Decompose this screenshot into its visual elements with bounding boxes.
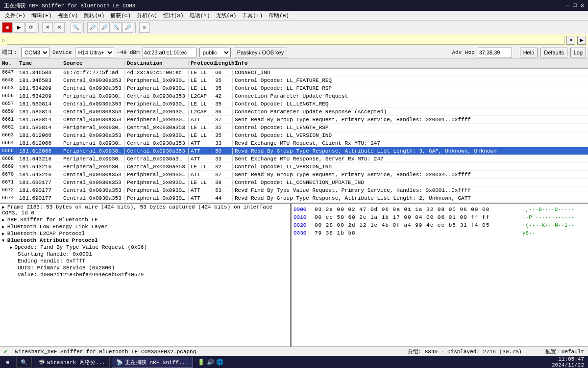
taskbar-tray: 🔋 🔊 🌐 [195, 359, 226, 366]
hex-bytes: 03 2e 00 02 47 0d 06 0a 01 1a 32 08 00 9… [315, 207, 518, 212]
detail-att-uuid-label: UUID: Primary Service (0x2800) [18, 265, 115, 271]
stats-label: 分组: 8840 · Displayed: 2716 (30.7%) [408, 348, 522, 355]
col-header-no[interactable]: No. [0, 60, 17, 66]
close-button[interactable]: ✕ [581, 2, 584, 9]
table-row[interactable]: 6653181.534209Central_0x0930a353Peripher… [0, 84, 588, 92]
tray-icon-2[interactable]: 🔊 [207, 359, 214, 366]
table-row[interactable]: 6670181.643216Central_0x0930a353Peripher… [0, 171, 588, 179]
hex-row: 0020 00 28 00 2d 12 1e 4b 0f a4 99 4e ce… [294, 221, 586, 229]
toolbar-separator-3 [83, 22, 85, 33]
filter-arrow-button[interactable]: ▶ [577, 36, 586, 45]
taskbar-capture[interactable]: 📡 正在捕获 nRF Sniff... [112, 357, 193, 368]
col-header-length[interactable]: Length [213, 60, 233, 66]
passkey-button[interactable]: Passkey / OOB key [234, 48, 287, 57]
menu-item-c[interactable]: 捕获(C) [107, 11, 134, 20]
toolbar-btn-10[interactable]: ≡ [139, 22, 150, 33]
table-row[interactable]: 6666181.612066Peripheral_0x0930a3…Centra… [0, 147, 588, 155]
detail-frame-label: Frame 2163: 53 bytes on wire (424 bits),… [2, 204, 272, 216]
table-row[interactable]: 6668181.643216Peripheral_0x0930a3…Centra… [0, 155, 588, 163]
hex-ascii: ·(·-··K···N··1·· [522, 222, 586, 228]
detail-frame[interactable]: Frame 2163: 53 bytes on wire (424 bits),… [0, 204, 290, 216]
tray-icon-1[interactable]: 🔋 [197, 359, 205, 366]
stop-capture-button[interactable]: ■ [2, 22, 13, 33]
table-row[interactable]: 6674181.690177Central_0x0930a353Peripher… [0, 194, 588, 202]
table-row[interactable]: 6661181.580814Central_0x0930a353Peripher… [0, 116, 588, 124]
detail-link[interactable]: Bluetooth Low Energy Link Layer [0, 223, 290, 230]
status-icon: ✔ [4, 348, 7, 355]
toolbar-btn-3[interactable]: ✕ [42, 22, 53, 33]
minimize-button[interactable]: ─ [565, 2, 569, 9]
menu-item-e[interactable]: 编辑(E) [28, 11, 55, 20]
mode-select[interactable]: public random [199, 48, 231, 57]
toolbar-separator-2 [67, 22, 69, 33]
toolbar-btn-4[interactable]: ✕ [54, 22, 65, 33]
detail-att-opcode-row[interactable]: ▶ Opcode: Find By Type Value Request (0x… [0, 244, 290, 251]
tray-icon-3[interactable]: 🌐 [216, 359, 223, 366]
restore-button[interactable]: □ [573, 2, 577, 9]
col-header-info[interactable]: Info [233, 60, 588, 66]
menu-item-w[interactable]: 无线(W) [213, 11, 240, 20]
start-button[interactable]: ⊞ [0, 356, 15, 368]
table-row[interactable]: 6648181.346503Central_0x0930a353Peripher… [0, 77, 588, 84]
col-header-time[interactable]: Time [17, 60, 61, 66]
hex-bytes: 00 cc 50 60 2e 1a 1b 17 00 04 00 06 01 0… [315, 214, 518, 220]
hex-bytes: 79 38 1b b8 [315, 230, 518, 236]
defaults-button[interactable]: Defaults [540, 48, 567, 57]
port-select[interactable]: COM3 [21, 48, 49, 57]
menu-item-t[interactable]: 工具(T) [239, 11, 266, 20]
table-row[interactable]: 6672181.690177Central_0x0930a353Peripher… [0, 186, 588, 194]
menu-item-v[interactable]: 视图(V) [55, 11, 81, 20]
mac-input[interactable] [143, 48, 196, 57]
taskbar-clock[interactable]: 11:05:47 2024/11/22 [548, 356, 588, 368]
port-label: 端口： [2, 49, 18, 56]
taskbar-search[interactable]: 🔍 [16, 357, 32, 368]
menu-item-s[interactable]: 统计(S) [160, 11, 187, 20]
toolbar-btn-6[interactable]: 🔎 [87, 22, 98, 33]
menu-item-f[interactable]: 文件(F) [2, 11, 28, 20]
packet-list[interactable]: 6647181.34650366:7c:f7:77:5f:ad4d:23:a0:… [0, 69, 588, 204]
table-row[interactable]: 6657181.580814Central_0x0930a353Peripher… [0, 100, 588, 108]
table-row[interactable]: 6671181.690177Central_0x0930a353Peripher… [0, 179, 588, 186]
detail-att-starting-handle: Starting Handle: 0x0001 [0, 251, 290, 258]
toolbar-btn-2[interactable]: ⟳ [25, 22, 36, 33]
hex-ascii: ·,···G····2····· [522, 207, 586, 212]
device-select[interactable]: H14 Ultra+ [75, 48, 114, 57]
detail-att-value: Value: d0002d121e4b0fa4994eceb531f40579 [0, 271, 290, 278]
filter-close-button[interactable]: ✕ [566, 36, 575, 45]
log-button[interactable]: Log [570, 48, 586, 57]
detail-nrf[interactable]: nRF Sniffer for Bluetooth LE [0, 216, 290, 223]
statusbar: ✔ wireshark_nRF Sniffer for Bluetooth LE… [0, 346, 588, 356]
table-row[interactable]: 6647181.34650366:7c:f7:77:5f:ad4d:23:a0:… [0, 69, 588, 77]
table-row[interactable]: 6663181.612066Central_0x0930a353Peripher… [0, 131, 588, 139]
taskbar-wireshark[interactable]: 🦈 Wireshark 网络分... [34, 357, 110, 368]
menu-item-h[interactable]: 帮助(H) [266, 11, 292, 20]
detail-att-uuid: UUID: Primary Service (0x2800) [0, 264, 290, 271]
help-button[interactable]: Help [520, 48, 538, 57]
toolbar-btn-9[interactable]: 🔎 [122, 22, 133, 33]
adv-hop-label: Adv Hop [452, 50, 474, 55]
toolbar-btn-5[interactable]: 🔍 [71, 22, 81, 33]
title-text: 正在捕获 nRF Sniffer for Bluetooth LE COM3 [4, 2, 135, 9]
menu-item-y[interactable]: 电话(Y) [187, 11, 213, 20]
toolbar-btn-7[interactable]: 🔎 [99, 22, 110, 33]
table-row[interactable]: 6659181.580814Central_0x0930a353Peripher… [0, 108, 588, 116]
col-header-source[interactable]: Source [61, 60, 125, 66]
adv-hop-input[interactable] [478, 48, 512, 57]
table-row[interactable]: 6656181.534209Peripheral_0x0930a3…Centra… [0, 92, 588, 100]
menu-item-a[interactable]: 分析(A) [134, 11, 160, 20]
col-header-destination[interactable]: Destination [125, 60, 189, 66]
table-row[interactable]: 6662181.580814Peripheral_0x0930a3…Centra… [0, 124, 588, 131]
detail-pane[interactable]: Frame 2163: 53 bytes on wire (424 bits),… [0, 204, 292, 351]
toolbar-btn-1[interactable]: ▶ [14, 22, 24, 33]
detail-att[interactable]: Bluetooth Attribute Protocol [0, 237, 290, 244]
table-row[interactable]: 6664181.612066Peripheral_0x0930a3…Centra… [0, 139, 588, 147]
filter-input[interactable]: !(btle.data_header.llid == 0x1) [7, 36, 564, 45]
titlebar: 正在捕获 nRF Sniffer for Bluetooth LE COM3 ─… [0, 0, 588, 11]
detail-att-value-label: Value: d0002d121e4b0fa4994eceb531f40579 [18, 272, 144, 278]
col-header-protocol[interactable]: Protocol [189, 60, 213, 66]
table-row[interactable]: 6669181.643216Peripheral_0x0930a3…Centra… [0, 163, 588, 171]
detail-l2cap[interactable]: Bluetooth L2CAP Protocol [0, 230, 290, 237]
wireshark-icon: 🦈 [38, 359, 45, 366]
toolbar-btn-8[interactable]: 🔍 [111, 22, 122, 33]
menu-item-g[interactable]: 跳转(G) [81, 11, 107, 20]
